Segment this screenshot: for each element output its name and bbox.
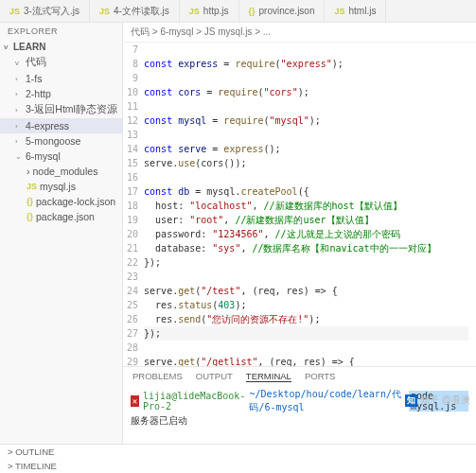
timeline-section[interactable]: > TIMELINE — [0, 459, 476, 473]
tab-2[interactable]: JShttp.js — [180, 0, 239, 22]
tree-item[interactable]: ⌄6-mysql — [0, 149, 122, 164]
tree-item[interactable]: ›node_modules — [0, 164, 122, 179]
tree-item[interactable]: JSmysql.js — [0, 179, 122, 194]
folder-root[interactable]: v代码 — [0, 54, 122, 71]
tree-item[interactable]: {}package-lock.json — [0, 194, 122, 209]
outline-section[interactable]: > OUTLINE — [0, 445, 476, 459]
tree-item[interactable]: ›3-返回Html静态资源 — [0, 101, 122, 118]
panel-tab-ports[interactable]: PORTS — [305, 371, 336, 382]
watermark: 知知乎 @看澳 — [405, 394, 470, 407]
file-icon: JS — [9, 7, 20, 16]
sidebar: EXPLORER vLEARN v代码 ›1-fs›2-http›3-返回Htm… — [0, 23, 123, 444]
tab-3[interactable]: {}province.json — [239, 0, 326, 22]
tab-0[interactable]: JS3-流式写入.js — [0, 0, 90, 22]
tab-4[interactable]: JShtml.js — [325, 0, 386, 22]
explorer-title: EXPLORER — [0, 23, 122, 40]
terminal-output: 服务器已启动 — [131, 414, 468, 428]
tab-1[interactable]: JS4-文件读取.js — [90, 0, 180, 22]
tree-item[interactable]: ›5-mongoose — [0, 133, 122, 149]
tree-item[interactable]: ›4-express — [0, 118, 122, 133]
file-icon: {} — [249, 7, 256, 16]
tree-item[interactable]: ›1-fs — [0, 71, 122, 86]
code-editor[interactable]: 7891011121314151617181920212223242526272… — [123, 43, 476, 366]
panel-tab-problems[interactable]: PROBLEMS — [132, 371, 183, 382]
breadcrumb[interactable]: 代码 > 6-mysql > JS mysql.js > ... — [123, 23, 476, 43]
panel-tab-output[interactable]: OUTPUT — [196, 371, 233, 382]
tree-item[interactable]: {}package.json — [0, 209, 122, 224]
sidebar-bottom: > OUTLINE > TIMELINE — [0, 444, 476, 473]
file-icon: JS — [99, 7, 110, 16]
close-icon[interactable]: ✕ — [131, 395, 139, 407]
editor-tabs: JS3-流式写入.jsJS4-文件读取.jsJShttp.js{}provinc… — [0, 0, 476, 23]
file-icon: JS — [334, 7, 344, 16]
file-icon: JS — [189, 7, 200, 16]
panel-tab-terminal[interactable]: TERMINAL — [246, 371, 291, 382]
panel-tabs: PROBLEMSOUTPUTTERMINALPORTS — [123, 367, 476, 386]
project-header[interactable]: vLEARN — [0, 40, 122, 54]
tree-item[interactable]: ›2-http — [0, 86, 122, 101]
